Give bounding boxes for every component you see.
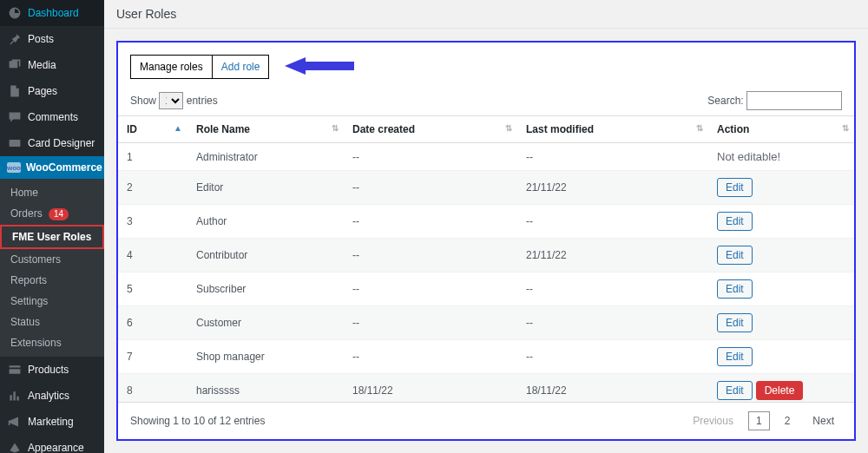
sidebar-label: Marketing <box>28 416 74 428</box>
cell-modified: -- <box>517 306 708 340</box>
roles-panel: Manage roles Add role Show 100 entries S… <box>116 41 856 441</box>
cell-name: Author <box>187 205 344 239</box>
entries-label: entries <box>187 95 218 107</box>
cell-created: -- <box>344 239 517 272</box>
roles-table-wrap: ID▲ Role Name⇅ Date created⇅ Last modifi… <box>118 115 854 402</box>
sidebar-label: WooCommerce <box>26 161 102 174</box>
page-2[interactable]: 2 <box>777 411 799 430</box>
edit-button[interactable]: Edit <box>717 279 753 299</box>
sub-fme-user-roles[interactable]: FME User Roles <box>0 225 104 249</box>
cell-modified: -- <box>517 205 708 239</box>
table-controls: Show 100 entries Search: <box>118 88 854 115</box>
sub-extensions[interactable]: Extensions <box>0 332 104 353</box>
sub-reports[interactable]: Reports <box>0 270 104 291</box>
edit-button[interactable]: Edit <box>717 313 753 332</box>
sidebar-item-pages[interactable]: Pages <box>0 78 104 104</box>
cell-id: 5 <box>118 272 187 306</box>
table-row: 2Editor--21/11/22Edit <box>118 171 854 205</box>
sidebar-label: Media <box>28 59 56 71</box>
sub-home[interactable]: Home <box>0 182 104 203</box>
col-name[interactable]: Role Name⇅ <box>187 116 344 143</box>
edit-button[interactable]: Edit <box>717 246 753 265</box>
cell-id: 3 <box>118 205 187 239</box>
cell-name: Subscriber <box>187 272 344 306</box>
sort-icon: ⇅ <box>332 123 339 133</box>
sidebar-label: Products <box>28 364 69 376</box>
sub-customers[interactable]: Customers <box>0 249 104 270</box>
cell-action: Edit <box>708 340 854 374</box>
woocommerce-submenu: Home Orders 14 FME User Roles Customers … <box>0 179 104 357</box>
page-title: User Roles <box>104 0 868 29</box>
tab-manage-roles[interactable]: Manage roles <box>130 55 213 79</box>
svg-rect-0 <box>10 140 21 147</box>
page-1[interactable]: 1 <box>748 411 770 430</box>
entries-select[interactable]: 100 <box>159 92 183 109</box>
sub-settings[interactable]: Settings <box>0 291 104 312</box>
table-row: 1Administrator----Not editable! <box>118 143 854 171</box>
cell-id: 4 <box>118 239 187 272</box>
appearance-icon <box>7 440 23 453</box>
cell-created: -- <box>344 143 517 171</box>
sidebar-label: Dashboard <box>28 7 79 19</box>
delete-button[interactable]: Delete <box>756 381 804 400</box>
woocommerce-icon: woo <box>7 162 21 173</box>
table-row: 6Customer----Edit <box>118 306 854 340</box>
col-action[interactable]: Action⇅ <box>708 116 854 143</box>
cell-modified: 21/11/22 <box>517 239 708 272</box>
cell-name: Shop manager <box>187 340 344 374</box>
orders-count-badge: 14 <box>49 208 69 220</box>
page-next[interactable]: Next <box>805 411 842 430</box>
table-row: 4Contributor--21/11/22Edit <box>118 239 854 272</box>
cell-action: Edit <box>708 239 854 272</box>
sidebar-item-card-designer[interactable]: Card Designer <box>0 130 104 156</box>
cell-created: -- <box>344 306 517 340</box>
tab-add-role[interactable]: Add role <box>213 55 270 79</box>
sidebar-item-comments[interactable]: Comments <box>0 104 104 130</box>
media-icon <box>7 57 23 73</box>
sidebar-item-appearance[interactable]: Appearance <box>0 435 104 453</box>
cell-id: 6 <box>118 306 187 340</box>
cell-id: 8 <box>118 374 187 403</box>
edit-button[interactable]: Edit <box>717 212 753 231</box>
cell-id: 7 <box>118 340 187 374</box>
search-box: Search: <box>707 91 842 110</box>
sidebar-label: Pages <box>28 85 57 97</box>
col-id[interactable]: ID▲ <box>118 116 187 143</box>
sidebar-item-dashboard[interactable]: Dashboard <box>0 0 104 26</box>
edit-button[interactable]: Edit <box>717 347 753 366</box>
sub-status[interactable]: Status <box>0 312 104 332</box>
marketing-icon <box>7 414 23 430</box>
main-content: User Roles Manage roles Add role Show 10… <box>104 0 868 453</box>
sidebar-item-marketing[interactable]: Marketing <box>0 409 104 435</box>
cell-created: -- <box>344 272 517 306</box>
edit-button[interactable]: Edit <box>717 381 753 400</box>
col-created[interactable]: Date created⇅ <box>344 116 517 143</box>
sidebar-item-media[interactable]: Media <box>0 52 104 78</box>
page-prev[interactable]: Previous <box>685 411 741 430</box>
cell-action: EditDelete <box>708 374 854 403</box>
sort-icon: ⇅ <box>842 123 849 133</box>
cell-created: -- <box>344 340 517 374</box>
sub-orders[interactable]: Orders 14 <box>0 203 104 225</box>
col-modified[interactable]: Last modified⇅ <box>517 116 708 143</box>
sidebar-item-posts[interactable]: Posts <box>0 26 104 52</box>
admin-sidebar: Dashboard Posts Media Pages Comments Car… <box>0 0 104 453</box>
sidebar-label: Appearance <box>28 442 84 453</box>
sidebar-item-woocommerce[interactable]: woo WooCommerce <box>0 156 104 179</box>
cell-modified: -- <box>517 340 708 374</box>
analytics-icon <box>7 388 23 404</box>
dashboard-icon <box>7 5 23 21</box>
cell-action: Edit <box>708 272 854 306</box>
sort-icon: ▲ <box>174 123 182 133</box>
pin-icon <box>7 31 23 47</box>
search-input[interactable] <box>746 91 842 110</box>
search-label: Search: <box>707 95 743 107</box>
products-icon <box>7 362 23 378</box>
highlight-arrow-icon <box>285 56 354 79</box>
sidebar-item-products[interactable]: Products <box>0 357 104 383</box>
cell-action: Edit <box>708 306 854 340</box>
sidebar-item-analytics[interactable]: Analytics <box>0 383 104 409</box>
sidebar-label: Card Designer <box>28 137 95 149</box>
cell-created: -- <box>344 205 517 239</box>
edit-button[interactable]: Edit <box>717 178 753 197</box>
